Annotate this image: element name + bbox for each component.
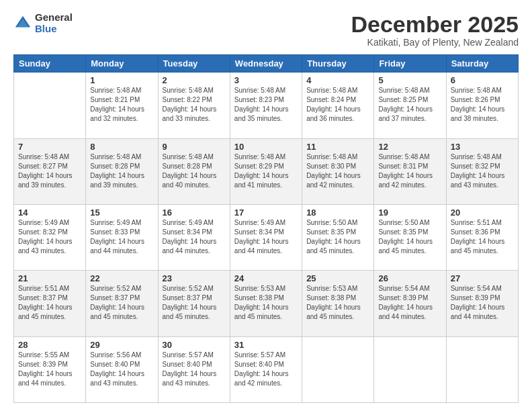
calendar-day-cell: 8Sunrise: 5:48 AM Sunset: 8:28 PM Daylig…	[86, 138, 158, 204]
month-title: December 2025	[351, 12, 519, 37]
day-number: 24	[234, 273, 298, 283]
day-number: 27	[451, 273, 514, 283]
day-number: 2	[163, 75, 226, 85]
day-sun-info: Sunrise: 5:48 AM Sunset: 8:25 PM Dayligh…	[378, 86, 441, 124]
calendar-day-cell: 17Sunrise: 5:49 AM Sunset: 8:34 PM Dayli…	[230, 205, 302, 271]
day-number: 26	[378, 273, 441, 283]
day-number: 29	[90, 340, 153, 350]
day-number: 11	[306, 142, 369, 152]
day-number: 28	[18, 340, 81, 350]
day-number: 18	[306, 208, 369, 218]
calendar-day-cell: 12Sunrise: 5:48 AM Sunset: 8:31 PM Dayli…	[374, 138, 446, 204]
calendar-day-cell: 30Sunrise: 5:57 AM Sunset: 8:40 PM Dayli…	[158, 336, 230, 402]
calendar-week-row: 21Sunrise: 5:51 AM Sunset: 8:37 PM Dayli…	[14, 271, 519, 336]
day-number: 21	[18, 273, 81, 283]
calendar-day-cell: 13Sunrise: 5:48 AM Sunset: 8:32 PM Dayli…	[446, 138, 518, 204]
day-sun-info: Sunrise: 5:52 AM Sunset: 8:37 PM Dayligh…	[90, 284, 153, 322]
day-number: 30	[163, 340, 226, 350]
day-number: 14	[18, 208, 81, 218]
day-of-week-header: Tuesday	[158, 55, 230, 73]
calendar-day-cell: 14Sunrise: 5:49 AM Sunset: 8:32 PM Dayli…	[14, 205, 86, 271]
logo-text: General Blue	[35, 12, 73, 34]
day-sun-info: Sunrise: 5:48 AM Sunset: 8:28 PM Dayligh…	[163, 152, 226, 190]
day-number: 17	[234, 208, 298, 218]
calendar-day-cell: 28Sunrise: 5:55 AM Sunset: 8:39 PM Dayli…	[14, 336, 86, 402]
day-sun-info: Sunrise: 5:48 AM Sunset: 8:27 PM Dayligh…	[18, 152, 81, 190]
day-sun-info: Sunrise: 5:49 AM Sunset: 8:32 PM Dayligh…	[18, 218, 81, 256]
calendar-week-row: 28Sunrise: 5:55 AM Sunset: 8:39 PM Dayli…	[14, 336, 519, 402]
calendar-day-cell	[374, 336, 446, 402]
day-number: 19	[378, 208, 441, 218]
calendar-day-cell: 1Sunrise: 5:48 AM Sunset: 8:21 PM Daylig…	[86, 73, 158, 138]
day-number: 10	[234, 142, 298, 152]
day-sun-info: Sunrise: 5:48 AM Sunset: 8:23 PM Dayligh…	[234, 86, 298, 124]
day-sun-info: Sunrise: 5:50 AM Sunset: 8:35 PM Dayligh…	[306, 218, 369, 256]
day-sun-info: Sunrise: 5:53 AM Sunset: 8:38 PM Dayligh…	[306, 284, 369, 322]
day-sun-info: Sunrise: 5:49 AM Sunset: 8:33 PM Dayligh…	[90, 218, 153, 256]
calendar-day-cell: 31Sunrise: 5:57 AM Sunset: 8:40 PM Dayli…	[230, 336, 302, 402]
logo-icon	[13, 14, 32, 33]
calendar-day-cell: 19Sunrise: 5:50 AM Sunset: 8:35 PM Dayli…	[374, 205, 446, 271]
calendar-day-cell: 2Sunrise: 5:48 AM Sunset: 8:22 PM Daylig…	[158, 73, 230, 138]
calendar-table: SundayMondayTuesdayWednesdayThursdayFrid…	[13, 54, 519, 403]
logo-general-label: General	[35, 12, 73, 24]
day-of-week-header: Friday	[374, 55, 446, 73]
calendar-day-cell: 18Sunrise: 5:50 AM Sunset: 8:35 PM Dayli…	[302, 205, 374, 271]
day-number: 8	[90, 142, 153, 152]
day-sun-info: Sunrise: 5:50 AM Sunset: 8:35 PM Dayligh…	[378, 218, 441, 256]
calendar-day-cell: 10Sunrise: 5:48 AM Sunset: 8:29 PM Dayli…	[230, 138, 302, 204]
day-number: 20	[451, 208, 514, 218]
day-sun-info: Sunrise: 5:56 AM Sunset: 8:40 PM Dayligh…	[90, 351, 153, 388]
day-number: 13	[451, 142, 514, 152]
day-sun-info: Sunrise: 5:48 AM Sunset: 8:24 PM Dayligh…	[306, 86, 369, 124]
calendar-day-cell: 7Sunrise: 5:48 AM Sunset: 8:27 PM Daylig…	[14, 138, 86, 204]
day-of-week-header: Monday	[86, 55, 158, 73]
day-number: 16	[163, 208, 226, 218]
calendar-day-cell: 15Sunrise: 5:49 AM Sunset: 8:33 PM Dayli…	[86, 205, 158, 271]
day-sun-info: Sunrise: 5:48 AM Sunset: 8:32 PM Dayligh…	[451, 152, 514, 190]
logo-blue-label: Blue	[35, 24, 73, 35]
day-of-week-header: Sunday	[14, 55, 86, 73]
calendar-day-cell: 3Sunrise: 5:48 AM Sunset: 8:23 PM Daylig…	[230, 73, 302, 138]
day-sun-info: Sunrise: 5:51 AM Sunset: 8:36 PM Dayligh…	[451, 218, 514, 256]
day-sun-info: Sunrise: 5:49 AM Sunset: 8:34 PM Dayligh…	[163, 218, 226, 256]
calendar-day-cell: 27Sunrise: 5:54 AM Sunset: 8:39 PM Dayli…	[446, 271, 518, 336]
title-section: December 2025 Katikati, Bay of Plenty, N…	[351, 12, 519, 48]
location-subtitle: Katikati, Bay of Plenty, New Zealand	[351, 37, 519, 48]
calendar-day-cell: 25Sunrise: 5:53 AM Sunset: 8:38 PM Dayli…	[302, 271, 374, 336]
calendar-week-row: 7Sunrise: 5:48 AM Sunset: 8:27 PM Daylig…	[14, 138, 519, 204]
day-number: 23	[163, 273, 226, 283]
calendar-day-cell	[302, 336, 374, 402]
calendar-week-row: 1Sunrise: 5:48 AM Sunset: 8:21 PM Daylig…	[14, 73, 519, 138]
calendar-header: SundayMondayTuesdayWednesdayThursdayFrid…	[14, 55, 519, 73]
calendar-day-cell: 26Sunrise: 5:54 AM Sunset: 8:39 PM Dayli…	[374, 271, 446, 336]
calendar-day-cell: 29Sunrise: 5:56 AM Sunset: 8:40 PM Dayli…	[86, 336, 158, 402]
calendar-body: 1Sunrise: 5:48 AM Sunset: 8:21 PM Daylig…	[14, 73, 519, 403]
calendar-day-cell: 23Sunrise: 5:52 AM Sunset: 8:37 PM Dayli…	[158, 271, 230, 336]
calendar-day-cell: 24Sunrise: 5:53 AM Sunset: 8:38 PM Dayli…	[230, 271, 302, 336]
calendar-day-cell: 16Sunrise: 5:49 AM Sunset: 8:34 PM Dayli…	[158, 205, 230, 271]
header: General Blue December 2025 Katikati, Bay…	[13, 12, 519, 48]
day-sun-info: Sunrise: 5:48 AM Sunset: 8:22 PM Dayligh…	[163, 86, 226, 124]
day-of-week-header: Saturday	[446, 55, 518, 73]
day-number: 15	[90, 208, 153, 218]
header-row: SundayMondayTuesdayWednesdayThursdayFrid…	[14, 55, 519, 73]
calendar-week-row: 14Sunrise: 5:49 AM Sunset: 8:32 PM Dayli…	[14, 205, 519, 271]
logo: General Blue	[13, 12, 73, 34]
day-number: 5	[378, 75, 441, 85]
calendar-day-cell: 11Sunrise: 5:48 AM Sunset: 8:30 PM Dayli…	[302, 138, 374, 204]
calendar-day-cell: 21Sunrise: 5:51 AM Sunset: 8:37 PM Dayli…	[14, 271, 86, 336]
day-of-week-header: Wednesday	[230, 55, 302, 73]
day-sun-info: Sunrise: 5:48 AM Sunset: 8:31 PM Dayligh…	[378, 152, 441, 190]
day-number: 1	[90, 75, 153, 85]
calendar-day-cell: 22Sunrise: 5:52 AM Sunset: 8:37 PM Dayli…	[86, 271, 158, 336]
calendar-day-cell	[446, 336, 518, 402]
calendar-day-cell: 9Sunrise: 5:48 AM Sunset: 8:28 PM Daylig…	[158, 138, 230, 204]
day-sun-info: Sunrise: 5:53 AM Sunset: 8:38 PM Dayligh…	[234, 284, 298, 322]
day-sun-info: Sunrise: 5:49 AM Sunset: 8:34 PM Dayligh…	[234, 218, 298, 256]
day-sun-info: Sunrise: 5:48 AM Sunset: 8:21 PM Dayligh…	[90, 86, 153, 124]
day-sun-info: Sunrise: 5:54 AM Sunset: 8:39 PM Dayligh…	[451, 284, 514, 322]
day-number: 9	[163, 142, 226, 152]
day-number: 12	[378, 142, 441, 152]
calendar-day-cell: 6Sunrise: 5:48 AM Sunset: 8:26 PM Daylig…	[446, 73, 518, 138]
